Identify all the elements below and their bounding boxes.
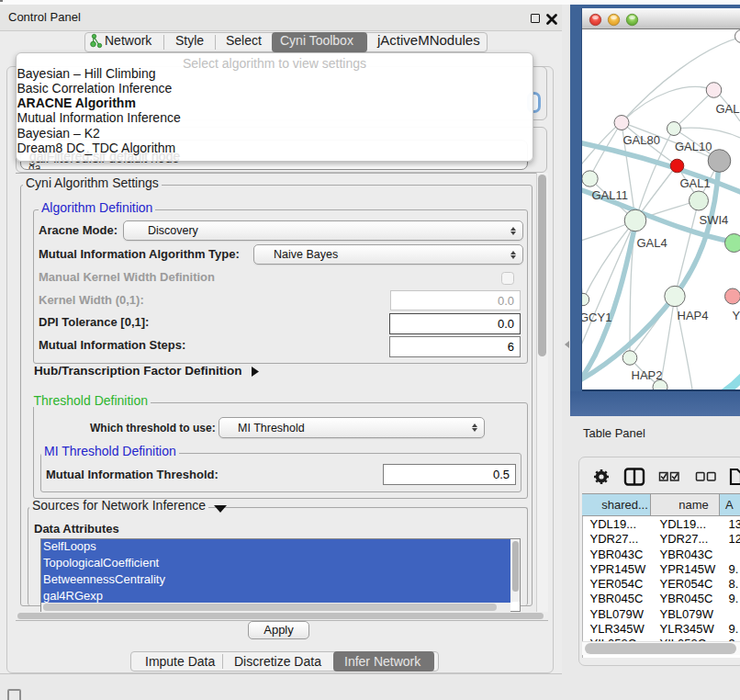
svg-text:GAL2: GAL2 [716, 102, 740, 116]
svg-text:HAP4: HAP4 [678, 309, 709, 322]
svg-text:GAL11: GAL11 [592, 188, 629, 202]
svg-text:GCY1: GCY1 [582, 310, 611, 324]
svg-text:HAP2: HAP2 [632, 368, 663, 382]
svg-text:GAL80: GAL80 [623, 133, 660, 147]
svg-text:GAL10: GAL10 [675, 140, 712, 153]
svg-text:GAL4: GAL4 [637, 236, 667, 250]
svg-text:YMR0: YMR0 [733, 309, 740, 322]
svg-text:SWI4: SWI4 [700, 213, 729, 227]
svg-text:GAL1: GAL1 [680, 176, 711, 190]
